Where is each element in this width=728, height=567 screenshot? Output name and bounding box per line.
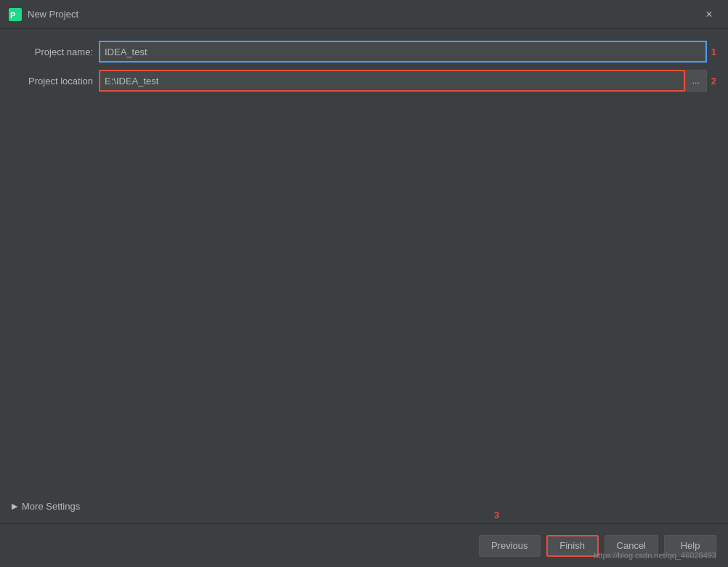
app-icon: P bbox=[9, 8, 22, 21]
project-location-label: Project location bbox=[12, 76, 99, 87]
bottom-section: ▶ More Settings bbox=[0, 489, 728, 523]
new-project-dialog: P New Project × Project name: 1 Project … bbox=[0, 0, 728, 567]
more-settings-label: More Settings bbox=[22, 501, 80, 512]
dialog-body: Project name: 1 Project location ... 2 bbox=[0, 29, 728, 265]
more-settings-row[interactable]: ▶ More Settings bbox=[12, 495, 716, 518]
project-location-row: Project location ... 2 bbox=[12, 70, 716, 92]
annotation-3: 3 bbox=[494, 510, 499, 520]
main-empty-area bbox=[0, 265, 728, 490]
project-name-input[interactable] bbox=[99, 41, 707, 63]
watermark: https://blog.csdn.net/qq_46028493 bbox=[594, 551, 716, 560]
project-name-label: Project name: bbox=[12, 47, 99, 57]
previous-button[interactable]: Previous bbox=[479, 535, 541, 557]
annotation-1: 1 bbox=[711, 47, 716, 57]
dialog-title: New Project bbox=[28, 9, 699, 20]
title-bar: P New Project × bbox=[0, 0, 728, 29]
svg-text:P: P bbox=[10, 11, 15, 20]
finish-button[interactable]: Finish bbox=[546, 535, 599, 557]
more-settings-arrow-icon: ▶ bbox=[12, 502, 17, 511]
annotation-2: 2 bbox=[711, 76, 716, 87]
project-location-input[interactable] bbox=[99, 70, 685, 92]
close-button[interactable]: × bbox=[699, 4, 719, 25]
location-input-wrapper: ... bbox=[99, 70, 707, 92]
browse-button[interactable]: ... bbox=[685, 70, 707, 92]
project-name-row: Project name: 1 bbox=[12, 41, 716, 63]
dialog-footer: 3 Previous Finish Cancel Help https://bl… bbox=[0, 523, 728, 567]
